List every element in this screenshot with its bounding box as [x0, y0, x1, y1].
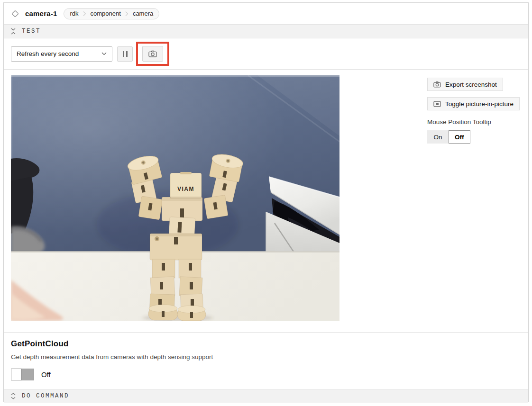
component-title: camera-1	[25, 9, 57, 18]
breadcrumb-item: camera	[133, 10, 153, 17]
diamond-icon	[11, 9, 19, 18]
breadcrumb: rdk component camera	[64, 8, 159, 19]
component-header: camera-1 rdk component camera	[4, 3, 528, 25]
refresh-rate-value: Refresh every second	[17, 50, 79, 57]
chevron-right-icon	[125, 10, 128, 18]
test-panel-body: VIAM	[4, 70, 528, 332]
test-section-header[interactable]: TEST	[4, 25, 528, 38]
do-command-section-label: DO COMMAND	[22, 393, 69, 399]
breadcrumb-item: component	[91, 10, 121, 17]
mouse-tooltip-segmented: On Off	[427, 130, 524, 144]
do-command-section-header[interactable]: DO COMMAND	[4, 389, 528, 403]
test-toolbar: Refresh every second	[4, 38, 528, 70]
camera-icon	[433, 81, 441, 88]
get-point-cloud-description: Get depth measurement data from cameras …	[11, 353, 521, 361]
toggle-pip-label: Toggle picture-in-picture	[445, 100, 514, 108]
expand-icon[interactable]	[11, 392, 16, 400]
camera-icon	[148, 50, 157, 57]
pause-icon	[123, 51, 128, 57]
mouse-tooltip-on-button[interactable]: On	[427, 130, 449, 144]
toggle-pip-button[interactable]: Toggle picture-in-picture	[427, 97, 520, 110]
camera-live-feed: VIAM	[11, 75, 339, 321]
chevron-right-icon	[83, 10, 86, 18]
export-screenshot-label: Export screenshot	[445, 81, 497, 88]
test-section-label: TEST	[22, 28, 41, 35]
get-point-cloud-section: GetPointCloud Get depth measurement data…	[4, 332, 528, 389]
get-point-cloud-toggle-label: Off	[41, 370, 51, 379]
breadcrumb-item: rdk	[70, 10, 78, 17]
mouse-tooltip-off-button[interactable]: Off	[449, 130, 470, 144]
collapse-icon[interactable]	[11, 27, 16, 35]
get-point-cloud-title: GetPointCloud	[11, 339, 521, 349]
pause-refresh-button[interactable]	[117, 46, 133, 62]
get-point-cloud-toggle[interactable]	[11, 369, 34, 380]
toggle-knob	[11, 369, 22, 380]
screenshot-button[interactable]	[142, 46, 163, 62]
export-screenshot-button[interactable]: Export screenshot	[427, 78, 503, 91]
camera-feed-image: VIAM	[11, 75, 339, 321]
viam-logo-text: VIAM	[177, 186, 194, 192]
feed-controls: Export screenshot Toggle picture-in-pict…	[427, 78, 524, 144]
robot-head: VIAM	[170, 172, 202, 198]
chevron-down-icon	[101, 52, 107, 55]
highlight-box	[136, 42, 169, 66]
pip-icon	[433, 101, 441, 107]
mouse-tooltip-label: Mouse Position Tooltip	[427, 118, 524, 126]
refresh-rate-select[interactable]: Refresh every second	[11, 46, 112, 62]
camera-component-card: camera-1 rdk component camera TEST Refre…	[3, 2, 529, 402]
